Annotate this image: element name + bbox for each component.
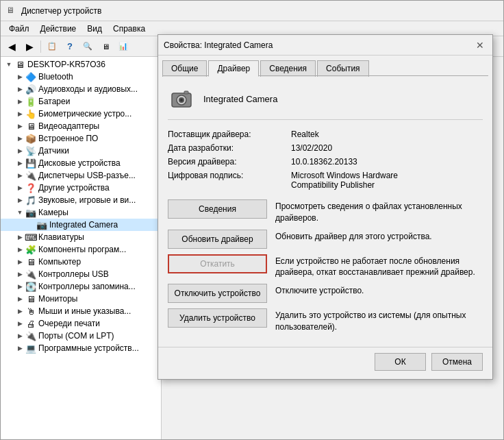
date-value: 13/02/2020 — [291, 143, 332, 153]
usb-label: Диспетчеры USB-разъе... — [38, 171, 136, 180]
signature-value: Microsoft Windows Hardware Compatibility… — [291, 171, 398, 190]
tree-item-usb[interactable]: ▶ 🔌 Диспетчеры USB-разъе... — [1, 169, 161, 182]
title-bar: 🖥 Диспетчер устройств — [1, 1, 503, 21]
menu-action[interactable]: Действие — [35, 23, 82, 35]
tab-driver[interactable]: Драйвер — [208, 60, 259, 77]
tree-item-ports[interactable]: ▶ 🔌 Порты (COM и LPT) — [1, 330, 161, 342]
tree-item-software-devices[interactable]: ▶ 💻 Программные устройств... — [1, 342, 161, 354]
tree-item-storage[interactable]: ▶ 💽 Контроллеры запомина... — [1, 280, 161, 293]
storage-toggle[interactable]: ▶ — [14, 281, 25, 292]
usb-ctrl-toggle[interactable]: ▶ — [14, 269, 25, 280]
root-toggle[interactable]: ▼ — [3, 59, 14, 70]
biometric-label: Биометрические устро... — [38, 109, 131, 119]
other-toggle[interactable]: ▶ — [14, 182, 25, 193]
battery-icon: 🔋 — [25, 96, 36, 107]
tab-details[interactable]: Сведения — [260, 60, 316, 77]
monitors-label: Мониторы — [38, 294, 77, 304]
toolbar-back[interactable]: ◀ — [3, 38, 20, 55]
uninstall-device-button[interactable]: Удалить устройство — [168, 308, 267, 328]
toolbar-forward[interactable]: ▶ — [21, 38, 38, 55]
disk-toggle[interactable]: ▶ — [14, 158, 25, 169]
rollback-button[interactable]: Откатить — [168, 254, 267, 273]
tree-item-monitors[interactable]: ▶ 🖥 Мониторы — [1, 293, 161, 305]
print-icon: 🖨 — [25, 318, 36, 329]
details-desc: Просмотреть сведения о файлах установлен… — [275, 199, 483, 224]
tree-item-disk[interactable]: ▶ 💾 Дисковые устройства — [1, 157, 161, 169]
tree-item-keyboards[interactable]: ▶ ⌨ Клавиатуры — [1, 231, 161, 243]
tree-item-components[interactable]: ▶ 🧩 Компоненты програм... — [1, 243, 161, 256]
tree-item-biometric[interactable]: ▶ 👆 Биометрические устро... — [1, 108, 161, 120]
battery-toggle[interactable]: ▶ — [14, 96, 25, 107]
tree-item-computer[interactable]: ▶ 🖥 Компьютер — [1, 256, 161, 268]
tree-item-cameras[interactable]: ▼ 📷 Камеры — [1, 206, 161, 219]
info-table: Поставщик драйвера: Realtek Дата разрабо… — [168, 130, 483, 190]
update-driver-button[interactable]: Обновить драйвер — [168, 230, 267, 249]
display-icon: 🖥 — [25, 121, 36, 132]
tree-item-bluetooth[interactable]: ▶ 🔷 Bluetooth — [1, 71, 161, 83]
cameras-toggle[interactable]: ▼ — [14, 207, 25, 218]
provider-value: Realtek — [291, 130, 319, 139]
monitors-icon: 🖥 — [25, 293, 36, 304]
tab-general[interactable]: Общие — [162, 60, 207, 77]
sound-toggle[interactable]: ▶ — [14, 195, 25, 206]
sound-label: Звуковые, игровые и ви... — [38, 195, 136, 205]
tree-item-usb-controllers[interactable]: ▶ 🔌 Контроллеры USB — [1, 268, 161, 280]
cameras-icon: 📷 — [25, 207, 36, 218]
tab-events[interactable]: События — [317, 60, 369, 77]
camera-item-spacer — [25, 219, 36, 230]
tree-item-display[interactable]: ▶ 🖥 Видеоадаптеры — [1, 120, 161, 132]
keyboards-label: Клавиатуры — [38, 232, 84, 242]
update-desc: Обновить драйвер для этого устройства. — [275, 230, 432, 243]
tree-item-integrated-camera[interactable]: 📷 Integrated Camera — [1, 219, 161, 231]
tree-item-firmware[interactable]: ▶ 📦 Встроенное ПО — [1, 132, 161, 145]
tree-item-other[interactable]: ▶ ❓ Другие устройства — [1, 182, 161, 194]
cancel-button[interactable]: Отмена — [431, 353, 483, 371]
sensor-toggle[interactable]: ▶ — [14, 145, 25, 156]
device-manager-window: 🖥 Диспетчер устройств Файл Действие Вид … — [0, 0, 504, 440]
usb-ctrl-label: Контроллеры USB — [38, 269, 109, 279]
disable-device-button[interactable]: Отключить устройство — [168, 284, 267, 303]
ports-toggle[interactable]: ▶ — [14, 330, 25, 341]
usb-icon: 🔌 — [25, 170, 36, 181]
computer-toggle[interactable]: ▶ — [14, 256, 25, 267]
toolbar-scan[interactable]: 🔍 — [79, 38, 96, 55]
toolbar-help[interactable]: ? — [62, 38, 78, 55]
uninstall-desc: Удалить это устройство из системы (для о… — [275, 308, 483, 333]
components-toggle[interactable]: ▶ — [14, 244, 25, 255]
biometric-toggle[interactable]: ▶ — [14, 108, 25, 119]
disk-label: Дисковые устройства — [38, 158, 121, 168]
ok-button[interactable]: ОК — [375, 353, 426, 371]
monitors-toggle[interactable]: ▶ — [14, 293, 25, 304]
details-button[interactable]: Сведения — [168, 199, 267, 219]
display-toggle[interactable]: ▶ — [14, 121, 25, 132]
tree-item-sensor[interactable]: ▶ 📡 Датчики — [1, 145, 161, 157]
sw-devices-label: Программные устройств... — [38, 343, 139, 353]
bluetooth-toggle[interactable]: ▶ — [14, 71, 25, 82]
mice-toggle[interactable]: ▶ — [14, 306, 25, 317]
toolbar-resources[interactable]: 📊 — [115, 38, 131, 55]
tree-item-battery[interactable]: ▶ 🔋 Батареи — [1, 95, 161, 108]
biometric-icon: 👆 — [25, 108, 36, 119]
cameras-label: Камеры — [38, 208, 68, 217]
menu-help[interactable]: Справка — [108, 23, 151, 35]
menu-file[interactable]: Файл — [3, 23, 35, 35]
menu-view[interactable]: Вид — [81, 23, 108, 35]
dialog-body: Integrated Camera Поставщик драйвера: Re… — [158, 77, 492, 347]
tree-root[interactable]: ▼ 🖥 DESKTOP-KR57O36 — [1, 58, 161, 71]
audio-toggle[interactable]: ▶ — [14, 84, 25, 95]
tree-item-sound[interactable]: ▶ 🎵 Звуковые, игровые и ви... — [1, 194, 161, 206]
ports-label: Порты (COM и LPT) — [38, 331, 114, 341]
svg-rect-4 — [184, 91, 188, 94]
tree-panel[interactable]: ▼ 🖥 DESKTOP-KR57O36 ▶ 🔷 Bluetooth ▶ 🔊 Ау… — [1, 57, 162, 439]
toolbar-properties[interactable]: 📋 — [44, 38, 60, 55]
print-label: Очереди печати — [38, 319, 100, 328]
firmware-toggle[interactable]: ▶ — [14, 133, 25, 144]
tree-item-print-queues[interactable]: ▶ 🖨 Очереди печати — [1, 317, 161, 330]
sw-devices-toggle[interactable]: ▶ — [14, 343, 25, 354]
disk-icon: 💾 — [25, 158, 36, 169]
tree-item-mice[interactable]: ▶ 🖱 Мыши и иные указыва... — [1, 305, 161, 317]
tree-item-audio[interactable]: ▶ 🔊 Аудиовходы и аудиовых... — [1, 83, 161, 95]
print-toggle[interactable]: ▶ — [14, 318, 25, 329]
usb-toggle[interactable]: ▶ — [14, 170, 25, 181]
toolbar-device-tree[interactable]: 🖥 — [97, 38, 114, 55]
